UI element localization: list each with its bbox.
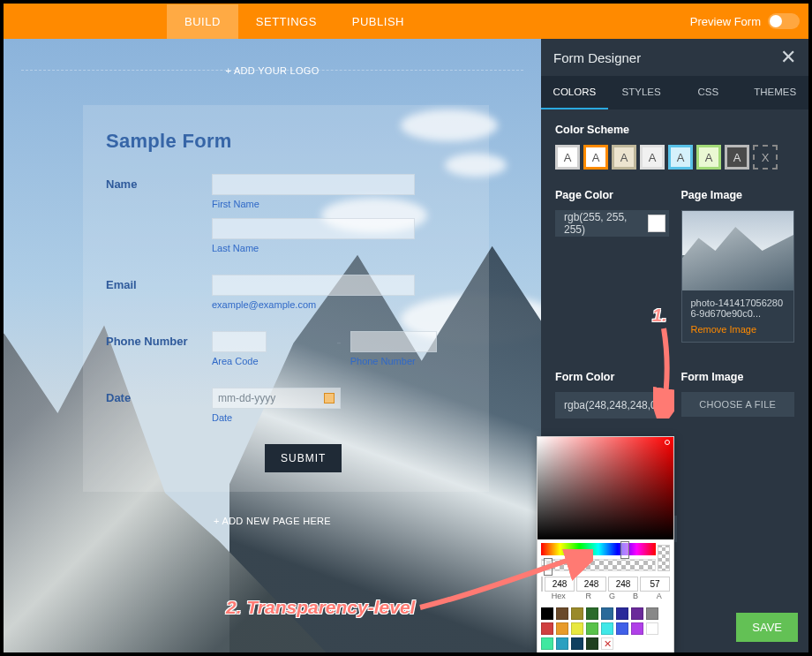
page-color-chip[interactable] bbox=[648, 215, 665, 232]
annotation-two: 2. Transparency-level bbox=[226, 597, 415, 618]
panel-title: Form Designer bbox=[553, 50, 641, 65]
preset-swatch[interactable] bbox=[571, 622, 583, 635]
date-hint: Date bbox=[212, 412, 466, 423]
phone-label: Phone Number bbox=[106, 331, 212, 348]
tab-build[interactable]: BUILD bbox=[167, 4, 238, 39]
add-logo-button[interactable]: + ADD YOUR LOGO bbox=[4, 65, 541, 76]
color-picker[interactable]: Hex R G B A ✕ bbox=[537, 436, 674, 652]
color-scheme-swatch[interactable]: A bbox=[612, 145, 636, 170]
color-preview-chip bbox=[658, 545, 670, 571]
preset-swatch[interactable] bbox=[616, 607, 628, 620]
phone-dash: - bbox=[336, 331, 341, 351]
date-input[interactable]: mm-dd-yyyy bbox=[212, 388, 341, 409]
date-label: Date bbox=[106, 388, 212, 404]
form-color-input[interactable]: rgba(248,248,248,0 bbox=[555, 392, 669, 418]
tab-settings[interactable]: SETTINGS bbox=[238, 4, 335, 39]
saturation-area[interactable] bbox=[538, 437, 673, 539]
page-color-input[interactable]: rgb(255, 255, 255) bbox=[555, 210, 669, 237]
tab-themes[interactable]: THEMES bbox=[741, 76, 808, 109]
preset-swatch[interactable] bbox=[571, 637, 583, 650]
color-scheme-swatch[interactable]: A bbox=[555, 145, 580, 170]
b-input[interactable] bbox=[608, 577, 638, 592]
color-scheme-swatches: AAAAAAAX bbox=[555, 145, 794, 170]
arrow-one-icon bbox=[653, 325, 674, 418]
calendar-icon[interactable] bbox=[324, 393, 335, 403]
preset-swatch[interactable] bbox=[646, 622, 658, 635]
save-button[interactable]: SAVE bbox=[736, 613, 798, 642]
submit-button[interactable]: SUBMIT bbox=[265, 444, 342, 472]
color-scheme-swatch[interactable]: A bbox=[696, 145, 721, 170]
preset-swatch[interactable] bbox=[601, 607, 613, 620]
preset-swatch[interactable] bbox=[601, 622, 613, 635]
preset-swatch[interactable] bbox=[646, 607, 658, 620]
form-color-label: Form Color bbox=[555, 371, 669, 383]
color-scheme-swatch[interactable]: X bbox=[753, 145, 778, 170]
color-scheme-swatch[interactable]: A bbox=[668, 145, 693, 170]
preset-swatch[interactable] bbox=[556, 622, 568, 635]
page-image-label: Page Image bbox=[681, 189, 795, 201]
remove-image-link[interactable]: Remove Image bbox=[691, 324, 786, 335]
choose-file-button[interactable]: CHOOSE A FILE bbox=[681, 392, 795, 417]
page-image-name: photo-1414170562806-9d670e90c0... bbox=[691, 298, 784, 319]
email-input[interactable] bbox=[212, 275, 415, 296]
a-input[interactable] bbox=[640, 577, 670, 592]
form-image-label: Form Image bbox=[681, 371, 795, 383]
tab-colors[interactable]: COLORS bbox=[541, 76, 608, 109]
page-image-thumb[interactable]: photo-1414170562806-9d670e90c0... Remove… bbox=[681, 210, 795, 343]
page-color-label: Page Color bbox=[555, 189, 669, 201]
add-page-button[interactable]: + ADD NEW PAGE HERE bbox=[4, 516, 541, 526]
color-scheme-swatch[interactable]: A bbox=[640, 145, 665, 170]
email-label: Email bbox=[106, 275, 212, 291]
tab-publish[interactable]: PUBLISH bbox=[335, 4, 422, 39]
top-nav: BUILD SETTINGS PUBLISH Preview Form bbox=[4, 4, 808, 39]
a-label: A bbox=[648, 592, 670, 600]
form-card[interactable]: Sample Form Name First Name Last Name Em… bbox=[83, 105, 489, 492]
preset-swatch[interactable] bbox=[631, 607, 643, 620]
preview-toggle[interactable] bbox=[768, 13, 800, 29]
preset-swatch[interactable] bbox=[586, 622, 598, 635]
close-icon[interactable]: ✕ bbox=[780, 48, 796, 67]
color-scheme-label: Color Scheme bbox=[555, 124, 794, 136]
first-name-input[interactable] bbox=[212, 174, 415, 195]
annotation-one: 1. bbox=[652, 305, 667, 326]
preset-clear[interactable]: ✕ bbox=[601, 637, 613, 650]
tab-styles[interactable]: STYLES bbox=[608, 76, 675, 109]
form-title: Sample Form bbox=[106, 130, 466, 153]
color-scheme-swatch[interactable]: A bbox=[725, 145, 749, 170]
form-color-value: rgba(248,248,248,0 bbox=[564, 399, 657, 411]
phone-number-input[interactable] bbox=[350, 331, 437, 352]
date-placeholder: mm-dd-yyyy bbox=[218, 392, 275, 404]
color-scheme-swatch[interactable]: A bbox=[583, 145, 608, 170]
phone-number-hint: Phone Number bbox=[350, 356, 466, 366]
b-label: B bbox=[625, 592, 647, 600]
email-hint: example@example.com bbox=[212, 299, 466, 310]
last-name-input[interactable] bbox=[212, 218, 415, 239]
preset-swatch[interactable] bbox=[586, 637, 598, 650]
area-code-input[interactable] bbox=[212, 331, 267, 352]
preset-swatch[interactable] bbox=[616, 622, 628, 635]
area-code-hint: Area Code bbox=[212, 356, 327, 366]
last-name-hint: Last Name bbox=[212, 243, 466, 253]
arrow-two-icon bbox=[417, 549, 593, 613]
first-name-hint: First Name bbox=[212, 199, 466, 209]
tab-css[interactable]: CSS bbox=[675, 76, 742, 109]
page-color-value: rgb(255, 255, 255) bbox=[564, 211, 648, 236]
preset-swatch[interactable] bbox=[631, 622, 643, 635]
g-label: G bbox=[601, 592, 623, 600]
preset-swatch[interactable] bbox=[541, 622, 553, 635]
preset-swatch[interactable] bbox=[556, 637, 568, 650]
name-label: Name bbox=[106, 174, 212, 191]
preset-swatch[interactable] bbox=[541, 637, 553, 650]
preview-label: Preview Form bbox=[690, 15, 761, 28]
